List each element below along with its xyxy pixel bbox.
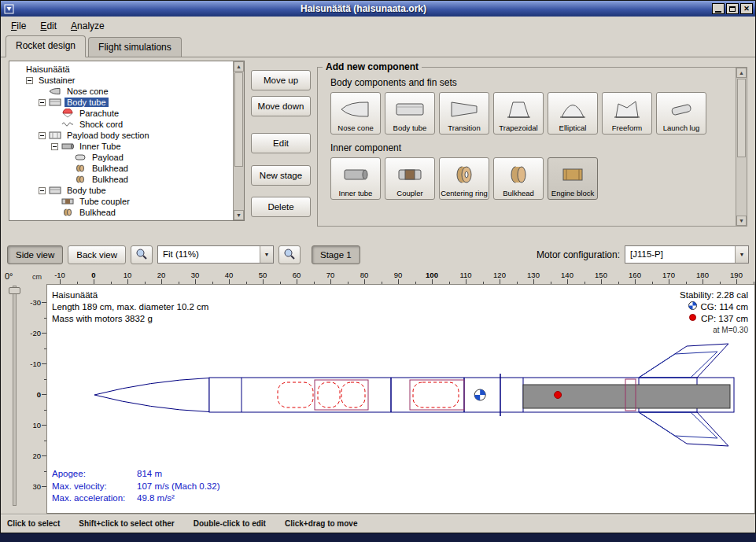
add-nose-cone-button[interactable]: Nose cone xyxy=(330,92,381,135)
scroll-down-icon[interactable]: ▼ xyxy=(234,210,244,220)
motor-configuration-label: Motor configuration: xyxy=(537,249,620,260)
tree-item-bulkhead[interactable]: Bulkhead xyxy=(10,174,232,185)
scroll-down-icon[interactable]: ▼ xyxy=(736,216,747,226)
inner-tube-icon xyxy=(340,160,371,190)
add-engine-block-button[interactable]: Engine block xyxy=(548,157,598,200)
component-button-label: Transition xyxy=(448,124,480,132)
chevron-down-icon[interactable]: ▼ xyxy=(735,246,748,263)
zoom-in-button[interactable] xyxy=(131,245,153,264)
cg-icon xyxy=(688,301,697,313)
horizontal-ruler: -100102030405060708090100110120130140150… xyxy=(46,270,755,284)
flight-stats: Apogee:814 mMax. velocity:107 m/s (Mach … xyxy=(52,468,219,505)
ruler-label: 190 xyxy=(727,271,746,279)
add-trapezoidal-button[interactable]: Trapezoidal xyxy=(493,92,544,135)
move-down-button[interactable]: Move down xyxy=(251,96,311,116)
app-icon xyxy=(3,3,15,15)
rocket-canvas[interactable]: Haisunäätä Length 189 cm, max. diameter … xyxy=(46,284,755,514)
tree-expander-icon[interactable] xyxy=(39,187,46,194)
menu-bar: FileEditAnalyze xyxy=(1,17,755,35)
component-tree[interactable]: HaisunäätäSustainerNose coneBody tubePar… xyxy=(10,62,232,219)
zoom-out-button[interactable] xyxy=(278,245,301,264)
shockcord-icon xyxy=(61,120,76,128)
menu-file[interactable]: File xyxy=(4,18,33,34)
title-bar[interactable]: Haisunäätä (haisunaata.ork) ✕ xyxy=(1,1,755,17)
ruler-label: 60 xyxy=(287,271,306,279)
zoom-select[interactable]: Fit (11%) ▼ xyxy=(157,245,274,264)
new-stage-button[interactable]: New stage xyxy=(251,165,311,186)
component-button-label: Freeform xyxy=(612,124,643,132)
scroll-up-icon[interactable]: ▲ xyxy=(234,61,244,72)
add-launch-lug-button[interactable]: Launch lug xyxy=(656,92,706,135)
add-freeform-button[interactable]: Freeform xyxy=(602,92,652,135)
rocket-view-area: 0° cm -100102030405060708090100110120130… xyxy=(1,270,755,514)
tree-expander-icon[interactable] xyxy=(39,99,46,106)
tree-item-tube-coupler[interactable]: Tube coupler xyxy=(10,196,232,207)
tree-item-haisun-t-[interactable]: Haisunäätä xyxy=(10,64,232,75)
add-bulkhead-button[interactable]: Bulkhead xyxy=(493,157,544,200)
tree-item-body-tube[interactable]: Body tube xyxy=(10,97,232,108)
tree-item-inner-tube[interactable]: Inner Tube xyxy=(10,141,232,152)
delete-button[interactable]: Delete xyxy=(251,197,311,217)
tree-item-body-tube[interactable]: Body tube xyxy=(10,185,232,196)
tab-flight-simulations[interactable]: Flight simulations xyxy=(88,37,182,57)
ruler-label: 180 xyxy=(693,271,712,279)
cg-value: CG: 114 cm xyxy=(701,301,749,313)
payload-icon xyxy=(74,153,88,161)
tree-item-bulkhead[interactable]: Bulkhead xyxy=(10,163,232,174)
chevron-down-icon[interactable]: ▼ xyxy=(260,246,273,263)
edit-button[interactable]: Edit xyxy=(251,133,311,153)
ruler-label: 20 xyxy=(28,452,41,460)
body-components-label: Body components and fin sets xyxy=(330,77,734,88)
status-hint: Shift+click to select other xyxy=(79,519,174,528)
side-view-button[interactable]: Side view xyxy=(7,245,63,264)
tree-item-label: Parachute xyxy=(77,109,121,118)
add-elliptical-button[interactable]: Elliptical xyxy=(548,92,598,135)
menu-analyze[interactable]: Analyze xyxy=(64,18,112,34)
add-centering-ring-button[interactable]: Centering ring xyxy=(439,157,489,200)
tree-item-nose-cone[interactable]: Nose cone xyxy=(10,86,232,97)
stability-info: Stability: 2.28 cal CG: 114 cm CP: 137 c… xyxy=(680,289,748,335)
add-body-tube-button[interactable]: Body tube xyxy=(385,92,435,135)
add-transition-button[interactable]: Transition xyxy=(439,92,489,135)
component-button-label: Engine block xyxy=(551,190,594,197)
centering-ring-icon xyxy=(448,160,480,190)
menu-edit[interactable]: Edit xyxy=(33,18,64,34)
tree-item-shock-cord[interactable]: Shock cord xyxy=(10,119,232,130)
scroll-up-icon[interactable]: ▲ xyxy=(736,68,747,78)
ruler-label: 80 xyxy=(355,271,374,279)
tree-expander-icon[interactable] xyxy=(51,143,58,150)
add-panel-scrollbar[interactable]: ▲ ▼ xyxy=(736,68,747,226)
add-inner-tube-button[interactable]: Inner tube xyxy=(330,157,381,200)
scrollbar-thumb[interactable] xyxy=(234,72,243,167)
stage-1-toggle[interactable]: Stage 1 xyxy=(312,245,360,264)
tree-item-label: Payload xyxy=(90,153,126,162)
close-button[interactable]: ✕ xyxy=(740,3,753,14)
scrollbar-thumb[interactable] xyxy=(737,79,746,157)
tree-item-payload-body-section[interactable]: Payload body section xyxy=(10,130,232,141)
move-up-button[interactable]: Move up xyxy=(251,70,311,90)
tree-item-parachute[interactable]: Parachute xyxy=(10,108,232,119)
tab-rocket-design[interactable]: Rocket design xyxy=(6,35,86,57)
tree-expander-icon[interactable] xyxy=(26,77,33,84)
motor-configuration-select[interactable]: [J115-P] ▼ xyxy=(625,245,749,264)
elliptical-icon xyxy=(557,94,588,124)
tree-item-bulkhead[interactable]: Bulkhead xyxy=(10,207,232,218)
nose-cone-icon xyxy=(340,94,371,124)
add-coupler-button[interactable]: Coupler xyxy=(385,157,435,200)
ruler-label: 30 xyxy=(28,482,41,491)
back-view-button[interactable]: Back view xyxy=(68,245,126,264)
tree-item-payload[interactable]: Payload xyxy=(10,152,232,163)
minimize-button[interactable] xyxy=(712,3,725,14)
rotation-slider[interactable] xyxy=(1,284,28,514)
body-tube-icon xyxy=(394,94,426,124)
flight-stat-label: Apogee: xyxy=(52,468,137,481)
ruler-label: 20 xyxy=(152,271,171,279)
slider-handle[interactable] xyxy=(9,287,20,294)
ruler-label: 40 xyxy=(219,271,238,279)
tree-expander-icon[interactable] xyxy=(39,132,46,139)
slider-track[interactable] xyxy=(13,286,17,506)
tree-scrollbar[interactable]: ▲ ▼ xyxy=(233,61,244,220)
motor-shape[interactable] xyxy=(523,385,730,408)
tree-item-sustainer[interactable]: Sustainer xyxy=(10,75,232,86)
maximize-button[interactable] xyxy=(726,3,739,14)
